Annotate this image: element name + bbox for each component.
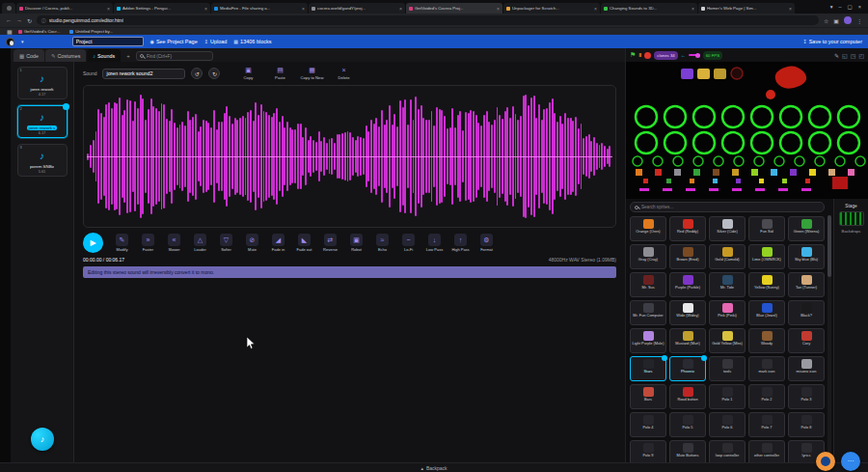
upload-button[interactable]: ↥ Upload — [204, 39, 228, 44]
bookmark-item[interactable]: Untitled Project by... — [69, 29, 113, 34]
effect-button[interactable]: ◣ Fade out — [292, 234, 316, 252]
effect-button[interactable]: ↓ Low Pass — [422, 234, 447, 252]
effect-button[interactable]: ↑ High Pass — [448, 234, 473, 252]
effect-button[interactable]: ◢ Fade in — [266, 234, 290, 252]
effect-button[interactable]: ⚙ Format — [475, 234, 499, 252]
sprite-scrollbar[interactable] — [827, 215, 831, 460]
bookmark-item[interactable]: GetVoided's Cocr... — [18, 29, 60, 34]
scrollbar-thumb[interactable] — [827, 215, 831, 277]
effect-button[interactable]: ⇄ Reverse — [318, 234, 342, 252]
effect-button[interactable]: ~ Lo-Fi — [396, 234, 420, 252]
minimize-icon[interactable]: – — [839, 4, 842, 10]
stop-icon[interactable] — [644, 52, 651, 59]
effect-button[interactable]: ▽ Softer — [214, 234, 238, 252]
sprite-tile[interactable]: Green (Weena) — [788, 216, 825, 241]
sprite-tile[interactable]: Silver (Cide) — [709, 216, 746, 241]
reload-icon[interactable]: ↻ — [27, 17, 32, 24]
sound-list-item[interactable]: 3 ♪ porem SNBo 5.61 — [17, 144, 68, 177]
project-name-input[interactable] — [72, 37, 144, 46]
sprite-tile[interactable]: Polo 3 — [788, 384, 825, 409]
sprite-tile[interactable]: Mute Buttons — [669, 440, 706, 462]
speed-left-icon[interactable]: ← — [681, 52, 686, 58]
apps-icon[interactable]: ▦ — [7, 28, 13, 35]
sprite-tile[interactable]: other controller — [748, 440, 785, 462]
pinned-tab[interactable] — [2, 3, 15, 14]
green-flag-icon[interactable]: ⚑ — [630, 51, 636, 59]
tab-close-icon[interactable]: × — [302, 6, 305, 12]
sprite-tile[interactable]: tools — [709, 356, 746, 381]
sprite-tile[interactable]: Polo 7 — [748, 412, 785, 437]
penguinmod-logo-icon[interactable] — [6, 38, 14, 46]
sprite-tile[interactable]: Tan (Tunner) — [788, 272, 825, 297]
sprite-tile[interactable]: Polo 2 — [748, 384, 785, 409]
sprite-tile[interactable]: Woody — [748, 328, 785, 353]
penguin-widget-button[interactable] — [816, 452, 835, 471]
browser-tab[interactable]: GetVoided's Cocrea Proj... × — [406, 3, 502, 14]
sprite-tile[interactable]: Black? — [788, 300, 825, 325]
bookmark-star-icon[interactable]: ☆ — [824, 17, 828, 24]
sprite-tile[interactable]: Fun Sid — [748, 216, 785, 241]
effect-button[interactable]: △ Louder — [188, 234, 212, 252]
find-input[interactable]: Find (Ctrl+F) — [136, 51, 213, 61]
sprite-search-input[interactable]: Search sprites... — [630, 202, 825, 212]
sprite-tile[interactable]: Red (Reddy) — [669, 216, 706, 241]
sound-action-button[interactable]: ▤ Paste — [265, 67, 294, 80]
sprite-tile[interactable]: Polo 8 — [788, 412, 825, 437]
backdrop-thumbnail[interactable] — [839, 211, 864, 226]
speed-slider[interactable] — [689, 54, 700, 56]
tab-close-icon[interactable]: × — [594, 6, 597, 12]
tab-close-icon[interactable]: × — [789, 6, 792, 12]
tab-costumes[interactable]: ✎ Costumes — [45, 49, 86, 62]
undo-button[interactable]: ↺ — [191, 68, 203, 79]
extensions-icon[interactable]: ▣ — [833, 17, 839, 24]
pause-icon[interactable]: ‖ — [638, 52, 641, 58]
browser-tab[interactable]: Homer's Web Page | Sim... × — [698, 3, 795, 14]
sprite-tile[interactable]: Lime (OWNRCK) — [748, 244, 785, 269]
browser-tab[interactable]: Unpackager for Scratch... × — [503, 3, 600, 14]
profile-avatar[interactable] — [844, 16, 852, 24]
tab-sounds[interactable]: ♪ Sounds — [87, 49, 121, 62]
effect-button[interactable]: » Faster — [136, 234, 160, 252]
tab-code[interactable]: ▦ Code — [14, 49, 44, 62]
tab-close-icon[interactable]: × — [107, 6, 110, 12]
browser-tab[interactable]: Discover / Cocrea, publi... × — [16, 3, 113, 14]
small-stage-icon[interactable]: ◱ — [842, 52, 848, 59]
effect-button[interactable]: « Slower — [162, 234, 186, 252]
sprite-tile[interactable]: Polo 9 — [630, 440, 666, 462]
sprite-tile[interactable]: loop controller — [709, 440, 746, 462]
effect-button[interactable]: ▣ Robot — [344, 234, 368, 252]
tab-close-icon[interactable]: × — [692, 6, 694, 12]
add-tab-button[interactable]: + — [123, 51, 133, 61]
effect-button[interactable]: ≈ Echo — [370, 234, 394, 252]
large-stage-icon[interactable]: ◳ — [851, 52, 856, 59]
effect-button[interactable]: ✎ Modify — [110, 234, 134, 252]
tab-search-icon[interactable]: ▾ — [830, 4, 833, 10]
sound-action-button[interactable]: ▣ Copy — [233, 67, 262, 80]
sprite-tile[interactable]: Rood button — [669, 384, 706, 409]
sprite-tile[interactable]: Polo 5 — [669, 412, 706, 437]
sound-action-button[interactable]: ▦ Copy to New — [297, 67, 326, 80]
chat-widget-button[interactable]: ⋯ — [841, 452, 860, 471]
sound-list-item[interactable]: 2 ♪ joren rework s 6.17 — [17, 105, 68, 138]
redo-button[interactable]: ↻ — [208, 68, 220, 79]
sprite-tile[interactable]: Mr. Sus — [630, 272, 666, 297]
sprite-tile[interactable]: mark icon — [748, 356, 785, 381]
sprite-tile[interactable]: Cory — [788, 328, 825, 353]
sprite-tile[interactable]: Sky blue (Blu) — [788, 244, 825, 269]
sprite-tile[interactable]: Gray (Cray) — [630, 244, 666, 269]
play-sound-button[interactable]: ▶ — [83, 233, 103, 253]
back-icon[interactable]: ← — [6, 17, 12, 23]
sprite-tile[interactable]: Gold (Camold) — [709, 244, 746, 269]
sprite-tile[interactable]: Mr. Fun Computer — [630, 300, 666, 325]
sprite-tile[interactable]: Blue (Jewel) — [748, 300, 785, 325]
browser-tab[interactable]: cocrea.world/gandY/proj... × — [309, 3, 405, 14]
sprite-tile[interactable]: Brown (Erod) — [669, 244, 706, 269]
sprite-tile[interactable]: Stars — [630, 356, 666, 381]
url-bar[interactable]: ⓘ studio.penguinmod.com/editor.html — [37, 15, 819, 25]
browser-tab[interactable]: MediaFire - File sharing a... × — [211, 3, 308, 14]
sprite-tile[interactable]: Pink (Pinki) — [709, 300, 746, 325]
waveform-display[interactable] — [83, 85, 616, 228]
sprite-tile[interactable]: Polo 1 — [709, 384, 746, 409]
chevron-down-icon[interactable]: ▾ — [21, 39, 24, 44]
see-project-page-button[interactable]: ◉ See Project Page — [150, 39, 198, 44]
